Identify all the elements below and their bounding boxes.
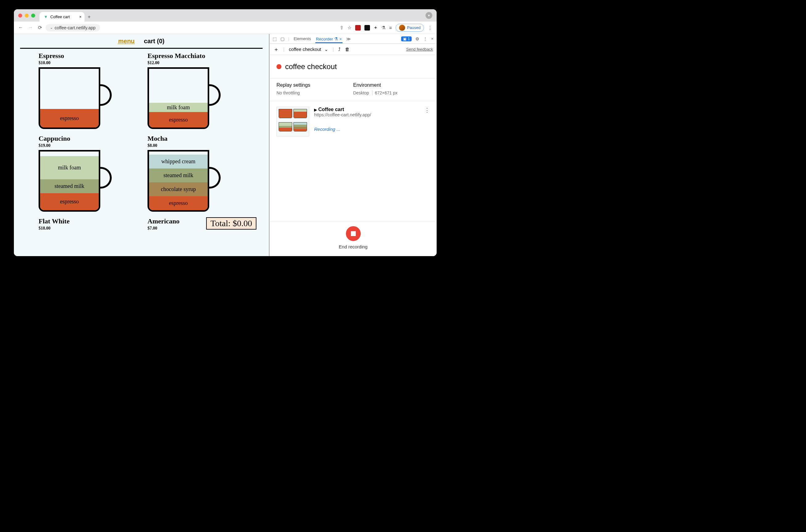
- step-menu-icon[interactable]: ⋮: [424, 107, 430, 114]
- cup-layer-espresso: espresso: [40, 193, 99, 210]
- nav-cart[interactable]: cart (0): [144, 38, 165, 45]
- expand-tabs-icon[interactable]: ▾: [425, 12, 432, 19]
- item-price: $18.00: [39, 226, 135, 231]
- cup-layer-espresso: espresso: [149, 112, 208, 128]
- menu-item[interactable]: Espresso$10.00espresso: [39, 52, 135, 129]
- more-tabs-icon[interactable]: ≫: [346, 36, 351, 41]
- item-name: Mocha: [148, 135, 244, 142]
- close-window[interactable]: [18, 14, 22, 18]
- settings-icon[interactable]: ⚙: [415, 36, 419, 41]
- env-dims: 672×671 px: [372, 90, 398, 95]
- address-bar[interactable]: ⌄ coffee-cart.netlify.app: [46, 24, 100, 32]
- item-price: $12.00: [148, 60, 244, 65]
- extensions-icon[interactable]: ✦: [374, 25, 378, 31]
- stop-icon: [351, 231, 356, 236]
- recorder-settings: Replay settings No throttling Environmen…: [270, 78, 437, 101]
- item-name: Espresso Macchiato: [148, 52, 244, 60]
- maximize-window[interactable]: [31, 14, 35, 18]
- profile-paused[interactable]: Paused: [396, 24, 424, 32]
- url-text: coffee-cart.netlify.app: [55, 25, 96, 30]
- list-icon[interactable]: ≡: [389, 25, 392, 30]
- site-info-icon[interactable]: ⌄: [50, 25, 53, 30]
- devtools-menu-icon[interactable]: ⋮: [423, 36, 427, 41]
- menu-item[interactable]: Mocha$8.00whipped creamsteamed milkchoco…: [148, 135, 244, 212]
- forward-button[interactable]: →: [28, 25, 33, 31]
- cup-handle: [99, 84, 112, 106]
- flask-icon[interactable]: ⚗: [381, 25, 385, 31]
- cup-layer-milkfoam: milk foam: [149, 103, 208, 112]
- item-price: $10.00: [39, 60, 135, 65]
- end-recording-label: End recording: [270, 244, 437, 249]
- cup-layer-steamed: steamed milk: [40, 179, 99, 193]
- item-name: Espresso: [39, 52, 135, 60]
- menu-icon[interactable]: ⋮: [428, 25, 432, 31]
- tab-recorder[interactable]: Recorder ⚗ ×: [315, 35, 343, 43]
- vue-icon: ▼: [44, 15, 48, 19]
- step-url: https://coffee-cart.netlify.app/: [314, 112, 419, 117]
- back-button[interactable]: ←: [18, 25, 23, 31]
- menu-item[interactable]: Espresso Macchiato$12.00milk foamespress…: [148, 52, 244, 129]
- cup-graphic: milk foamsteamed milkespresso: [39, 150, 110, 212]
- cup-graphic: whipped creamsteamed milkchocolate syrup…: [148, 150, 218, 212]
- cup-layer-cream: whipped cream: [149, 155, 208, 169]
- tab-elements[interactable]: Elements: [293, 35, 312, 43]
- cup-layer-espresso: espresso: [149, 196, 208, 210]
- close-tab-icon[interactable]: ×: [79, 15, 82, 19]
- cup-handle: [208, 167, 220, 189]
- step-row[interactable]: ▶ Coffee cart https://coffee-cart.netlif…: [270, 101, 437, 142]
- issues-badge[interactable]: ▣ 1: [401, 36, 411, 41]
- new-tab-button[interactable]: +: [84, 12, 94, 22]
- recording-title: coffee checkout: [285, 62, 337, 71]
- step-thumbnail: [276, 107, 309, 136]
- item-name: Flat White: [39, 217, 135, 225]
- cup-graphic: milk foamespresso: [148, 67, 218, 129]
- devtools-tabstrip: ⬚ ▢ | Elements Recorder ⚗ × ≫ ▣ 1 ⚙ ⋮: [270, 34, 437, 44]
- replay-throttle-value[interactable]: No throttling: [276, 90, 353, 95]
- menu-item[interactable]: Cappucino$19.00milk foamsteamed milkespr…: [39, 135, 135, 212]
- app-page: menu cart (0) Espresso$10.00espressoEspr…: [14, 34, 269, 256]
- expand-icon[interactable]: ▶: [314, 108, 317, 112]
- browser-tab[interactable]: ▼ Coffee cart ×: [39, 12, 84, 22]
- recording-status: Recording ...: [314, 127, 419, 132]
- cup-handle: [99, 167, 112, 189]
- app-nav: menu cart (0): [14, 34, 269, 48]
- env-device: Desktop: [353, 90, 369, 95]
- chevron-down-icon: ⌄: [324, 46, 328, 52]
- close-devtools-icon[interactable]: ×: [431, 36, 434, 41]
- menu-item[interactable]: Flat White$18.00: [39, 217, 135, 231]
- cup-handle: [208, 84, 220, 106]
- upload-icon[interactable]: ⤴: [338, 46, 341, 52]
- item-price: $19.00: [39, 143, 135, 148]
- avatar-icon: [399, 25, 405, 31]
- reload-button[interactable]: ⟳: [38, 25, 42, 31]
- minimize-window[interactable]: [25, 14, 29, 18]
- new-recording-icon[interactable]: ＋: [273, 46, 279, 53]
- total-box[interactable]: Total: $0.00: [206, 217, 256, 230]
- delete-icon[interactable]: 🗑: [345, 46, 350, 52]
- address-bar-row: ← → ⟳ ⌄ coffee-cart.netlify.app ⇧ ☆ ✦ ⚗ …: [14, 22, 437, 34]
- share-icon[interactable]: ⇧: [340, 25, 344, 31]
- nav-menu[interactable]: menu: [118, 38, 135, 45]
- feedback-link[interactable]: Send feedback: [406, 47, 433, 52]
- end-recording-button[interactable]: [346, 226, 361, 241]
- bookmark-icon[interactable]: ☆: [347, 25, 351, 31]
- window-titlebar: ▼ Coffee cart × + ▾: [14, 9, 437, 22]
- cup-layer-choco: chocolate syrup: [149, 183, 208, 196]
- extension-icon[interactable]: [355, 25, 361, 31]
- devtools-panel: ⬚ ▢ | Elements Recorder ⚗ × ≫ ▣ 1 ⚙ ⋮: [269, 34, 437, 256]
- extension-icon[interactable]: [364, 25, 370, 31]
- environment-value[interactable]: Desktop 672×671 px: [353, 90, 430, 95]
- item-name: Cappucino: [39, 135, 135, 142]
- inspect-icon[interactable]: ⬚: [273, 36, 277, 41]
- recording-dropdown[interactable]: coffee checkout ⌄: [289, 46, 328, 53]
- issues-count: 1: [408, 37, 410, 41]
- step-name: ▶ Coffee cart: [314, 107, 419, 112]
- traffic-lights: [18, 14, 35, 18]
- recorder-toolbar: ＋ | coffee checkout ⌄ | ⤴ 🗑 Send feedbac…: [270, 44, 437, 55]
- cup-layer-milkfoam: milk foam: [40, 156, 99, 179]
- close-recorder-tab[interactable]: ×: [340, 37, 342, 41]
- device-toggle-icon[interactable]: ▢: [281, 36, 285, 41]
- cup-layer-steamed: steamed milk: [149, 169, 208, 183]
- tab-recorder-label: Recorder: [316, 37, 333, 41]
- paused-label: Paused: [407, 25, 421, 30]
